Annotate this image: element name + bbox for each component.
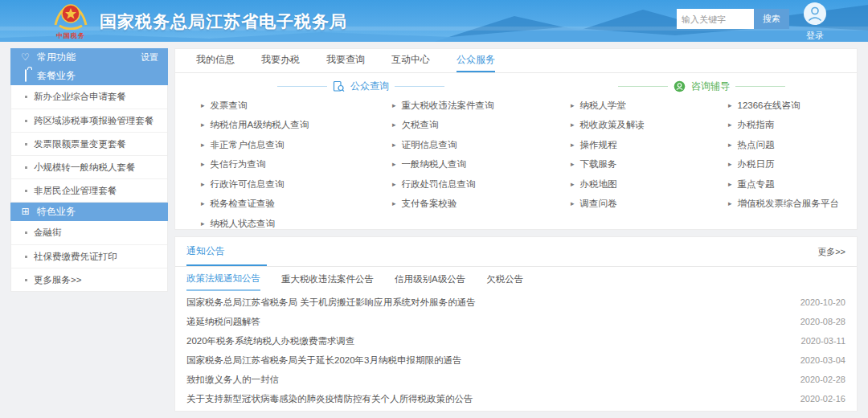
link-major-violation-query[interactable]: ▸重大税收违法案件查询	[392, 96, 571, 116]
link-tax-policy[interactable]: ▸税收政策及解读	[571, 116, 728, 136]
link-certificate-info-query[interactable]: ▸证明信息查询	[392, 135, 571, 155]
link-taxpayer-school[interactable]: ▸纳税人学堂	[571, 96, 728, 116]
arrow-icon: ▸	[728, 200, 732, 207]
link-hot-issues[interactable]: ▸热点问题	[728, 135, 857, 155]
notice-item-title[interactable]: 国家税务总局江苏省税务局关于延长2020年3月纳税申报期限的通告	[186, 354, 461, 367]
consult-links-col2: ▸12366在线咨询 ▸办税指南 ▸热点问题 ▸办税日历 ▸重点专题 ▸增值税发…	[728, 96, 857, 234]
link-survey[interactable]: ▸调查问卷	[571, 195, 728, 215]
link-vat-invoice-platform[interactable]: ▸增值税发票综合服务平台	[728, 195, 857, 215]
arrow-icon: ▸	[571, 102, 575, 109]
subtab-major-violation[interactable]: 重大税收违法案件公告	[281, 268, 374, 290]
search-input[interactable]	[677, 9, 754, 29]
tab-interaction-center[interactable]: 互动中心	[391, 49, 430, 72]
notice-row[interactable]: 关于支持新型冠状病毒感染的肺炎疫情防控有关个人所得税政策的公告 2020-02-…	[186, 389, 845, 408]
link-payment-record-check[interactable]: ▸支付备案校验	[392, 195, 571, 215]
divider-line	[277, 86, 327, 87]
tab-public-service[interactable]: 公众服务	[457, 49, 495, 72]
link-download-service[interactable]: ▸下载服务	[571, 155, 728, 175]
national-emblem-icon	[51, 1, 90, 30]
link-tax-guide[interactable]: ▸办税指南	[728, 116, 857, 136]
notice-item-title[interactable]: 国家税务总局江苏省税务局 关于机房搬迁影响应用系统对外服务的通告	[186, 297, 476, 309]
tab-my-info[interactable]: 我的信息	[196, 49, 235, 72]
link-tax-inspection-cert[interactable]: ▸税务检查证查验	[201, 195, 392, 215]
settings-button[interactable]: 设置	[141, 51, 158, 64]
notice-item-title[interactable]: 关于支持新型冠状病毒感染的肺炎疫情防控有关个人所得税政策的公告	[186, 393, 473, 405]
notice-item-date: 2020-02-16	[800, 394, 845, 404]
sidebar-item-nonresident-package[interactable]: 非居民企业管理套餐	[11, 178, 167, 202]
divider-line	[395, 86, 444, 87]
sidebar-header: ♡ 常用功能 设置 套餐业务	[10, 48, 168, 85]
link-credit-a-taxpayer-query[interactable]: ▸纳税信用A级纳税人查询	[201, 116, 392, 136]
notice-item-title[interactable]: 2020年税务系统纳税人办税缴费需求调查	[186, 335, 355, 347]
link-admin-license-query[interactable]: ▸行政许可信息查询	[201, 174, 392, 195]
divider-line	[735, 86, 785, 87]
arrow-icon: ▸	[392, 181, 396, 188]
arrow-icon: ▸	[571, 121, 575, 129]
emblem-logo: 中国税务	[48, 1, 93, 40]
notice-row[interactable]: 国家税务总局江苏省税务局 关于机房搬迁影响应用系统对外服务的通告 2020-10…	[186, 293, 845, 312]
arrow-icon: ▸	[571, 200, 575, 207]
subtab-tax-arrears[interactable]: 欠税公告	[486, 268, 523, 290]
notice-item-date: 2020-03-04	[800, 355, 845, 365]
link-general-taxpayer-query[interactable]: ▸一般纳税人查询	[392, 155, 571, 175]
consult-title: 咨询辅导	[691, 80, 730, 93]
link-tax-arrears-query[interactable]: ▸欠税查询	[392, 116, 571, 136]
notice-row[interactable]: 国家税务总局江苏省税务局关于延长2020年3月纳税申报期限的通告 2020-03…	[186, 350, 845, 370]
package-services-label: 套餐业务	[37, 69, 76, 83]
link-tax-calendar[interactable]: ▸办税日历	[728, 155, 857, 175]
subtab-credit-a[interactable]: 信用级别A级公告	[395, 268, 465, 290]
notice-item-title[interactable]: 递延纳税问题解答	[186, 316, 260, 328]
search-button[interactable]: 搜索	[754, 9, 789, 29]
notice-card: 通知公告 更多>> 政策法规通知公告 重大税收违法案件公告 信用级别A级公告 欠…	[174, 236, 858, 412]
more-link[interactable]: 更多>>	[817, 237, 845, 266]
sidebar-item-common-functions[interactable]: ♡ 常用功能 设置	[10, 48, 168, 67]
sidebar-item-more-services[interactable]: 更多服务>>	[11, 268, 167, 291]
special-services-list: 金融街 社保费缴费凭证打印 更多服务>>	[10, 221, 168, 292]
consult-header: 咨询辅导	[547, 80, 857, 93]
sidebar-item-cross-region-package[interactable]: 跨区域涉税事项报验管理套餐	[11, 109, 167, 132]
sidebar-item-new-company-package[interactable]: 新办企业综合申请套餐	[11, 85, 167, 109]
user-icon[interactable]	[803, 2, 827, 26]
link-key-topics[interactable]: ▸重点专题	[728, 174, 857, 195]
public-services-card: 我的信息 我要办税 我要查询 互动中心 公众服务 公众查询	[174, 48, 858, 230]
notice-row[interactable]: 2020年税务系统纳税人办税缴费需求调查 2020-03-11	[186, 331, 845, 350]
sidebar-item-financial-street[interactable]: 金融街	[11, 221, 167, 244]
consult-links-col1: ▸纳税人学堂 ▸税收政策及解读 ▸操作规程 ▸下载服务 ▸办税地图 ▸调查问卷	[571, 96, 728, 234]
link-taxpayer-status-query[interactable]: ▸纳税人状态查询	[201, 214, 392, 234]
arrow-icon: ▸	[201, 141, 205, 149]
link-12366-online[interactable]: ▸12366在线咨询	[728, 96, 857, 116]
sidebar-item-package-services[interactable]: 套餐业务	[10, 67, 168, 85]
special-services-label: 特色业务	[37, 205, 76, 219]
search-bar: 搜索	[677, 9, 789, 29]
arrow-icon: ▸	[728, 102, 732, 109]
arrow-icon: ▸	[392, 102, 396, 109]
sidebar-item-special-services[interactable]: ⊞ 特色业务	[10, 203, 168, 221]
grid-icon: ⊞	[20, 207, 31, 217]
sidebar-item-invoice-limit-package[interactable]: 发票限额票量变更套餐	[11, 132, 167, 155]
notice-item-title[interactable]: 致扣缴义务人的一封信	[186, 374, 279, 386]
sidebar-item-social-insurance-print[interactable]: 社保费缴费凭证打印	[11, 244, 167, 268]
login-button[interactable]: 登录	[797, 2, 833, 42]
link-invoice-query[interactable]: ▸发票查询	[201, 96, 392, 116]
arrow-icon: ▸	[728, 141, 732, 149]
link-admin-penalty-query[interactable]: ▸行政处罚信息查询	[392, 174, 571, 195]
headset-icon	[674, 80, 686, 92]
arrow-icon: ▸	[392, 200, 396, 207]
link-dishonesty-query[interactable]: ▸失信行为查询	[201, 155, 392, 175]
subtab-policy-notices[interactable]: 政策法规通知公告	[186, 268, 260, 291]
tab-handle-tax[interactable]: 我要办税	[261, 49, 300, 72]
link-tax-map[interactable]: ▸办税地图	[571, 174, 728, 195]
tab-my-query[interactable]: 我要查询	[326, 49, 365, 72]
login-label[interactable]: 登录	[797, 30, 833, 42]
arrow-icon: ▸	[201, 200, 205, 207]
sidebar-item-small-to-general-package[interactable]: 小规模转一般纳税人套餐	[11, 155, 167, 178]
bullet-icon	[25, 143, 27, 145]
notice-row[interactable]: 递延纳税问题解答 2020-08-28	[186, 312, 845, 331]
arrow-icon: ▸	[728, 161, 732, 168]
notice-title-tab[interactable]: 通知公告	[186, 237, 267, 266]
notice-row[interactable]: 致扣缴义务人的一封信 2020-02-28	[186, 370, 845, 389]
link-abnormal-account-query[interactable]: ▸非正常户信息查询	[201, 135, 392, 155]
link-operation-rules[interactable]: ▸操作规程	[571, 135, 728, 155]
bullet-icon	[25, 256, 27, 258]
arrow-icon: ▸	[728, 121, 732, 129]
